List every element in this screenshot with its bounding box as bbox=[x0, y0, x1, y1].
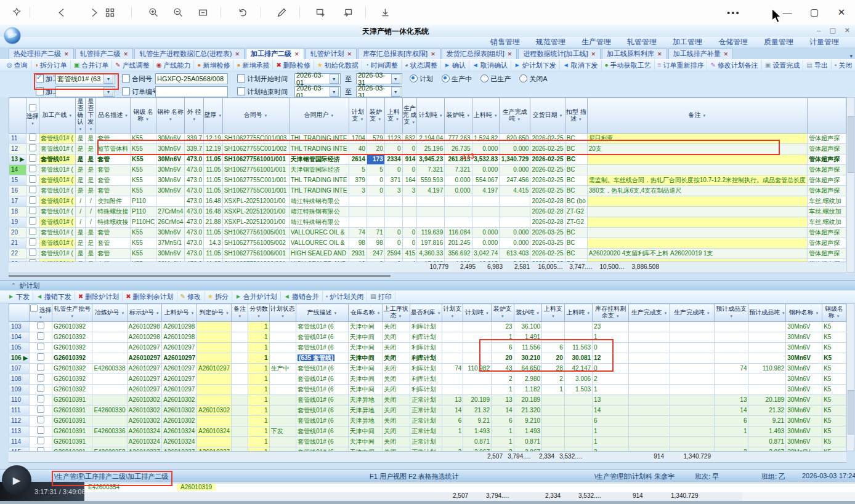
maximize-button[interactable]: ▢ bbox=[801, 7, 828, 18]
filter-funnel-icon[interactable]: ▼ bbox=[192, 118, 196, 121]
column-header-合同用户[interactable]: 合同用户 ▼ bbox=[289, 98, 349, 134]
order-input[interactable] bbox=[155, 86, 228, 97]
filter-funnel-icon[interactable]: ▼ bbox=[89, 127, 92, 131]
column-header-上料 支[interactable]: 上料 支 ▼ bbox=[384, 98, 402, 134]
column-header-钢级名称[interactable]: 钢级名称 ▼ bbox=[822, 304, 846, 322]
table-row[interactable]: 14套管线01# (是是套管K5530Mn6V473.011.05SH10627… bbox=[9, 165, 846, 175]
tab-close-icon[interactable]: ✕ bbox=[724, 51, 729, 57]
column-header-冶炼炉号[interactable]: 冶炼炉号 ▼ bbox=[92, 304, 127, 322]
start-time-checkbox[interactable] bbox=[237, 74, 245, 82]
column-header-生产完成支[interactable]: 生产完成支 ▼ bbox=[629, 304, 670, 322]
filter-funnel-icon[interactable]: ▼ bbox=[616, 314, 620, 318]
toolbar-button-合并炉计划[interactable]: ►合并炉计划 bbox=[232, 292, 281, 302]
table-row[interactable]: 22套管线01# (是是套管K5530Mn6V473.011.05SH10627… bbox=[9, 249, 846, 259]
filter-funnel-icon[interactable]: ▼ bbox=[333, 311, 337, 315]
toolbar-button-删除剩余计划[interactable]: ✖删除剩余计划 bbox=[123, 292, 177, 302]
toolbar-button-下发[interactable]: ►下发 bbox=[5, 292, 33, 302]
row-checkbox[interactable] bbox=[29, 186, 36, 193]
toolbar-button-删除检修[interactable]: ✖删除检修 bbox=[273, 60, 314, 70]
menu-item-加工管理[interactable]: 加工管理 bbox=[673, 37, 702, 47]
table-row[interactable]: 108G26010392A26010297A260102971套管线01# (6… bbox=[9, 374, 846, 385]
column-header-轧管生产批号[interactable]: 轧管生产批号 ▼ bbox=[52, 304, 92, 322]
start-date-combo[interactable]: 2026-03-01▼ bbox=[294, 73, 341, 84]
column-header-上料支[interactable]: 上料支 ▼ bbox=[542, 304, 565, 322]
filter-funnel-icon[interactable]: ▼ bbox=[816, 311, 819, 315]
app-maximize-button[interactable]: ▢ bbox=[829, 26, 835, 34]
column-header-是否利库[interactable]: 是否利库 ▼ bbox=[410, 304, 442, 322]
select-all-checkbox[interactable] bbox=[30, 305, 38, 312]
toolbar-button-打印[interactable]: ▤打印 bbox=[367, 292, 395, 302]
row-checkbox[interactable] bbox=[29, 207, 36, 214]
column-header-预计成品支[interactable]: 预计成品支 ▼ bbox=[714, 304, 748, 322]
table-row[interactable]: 106 ▶G26010392A26010297A260102971(635 套管… bbox=[9, 353, 846, 364]
filter-funnel-icon[interactable]: ▼ bbox=[536, 311, 540, 315]
app-minimize-button[interactable]: – bbox=[817, 26, 821, 34]
pin-icon[interactable] bbox=[9, 4, 25, 20]
toolbar-button-产线调整[interactable]: ✎产线调整 bbox=[112, 60, 153, 70]
filter-funnel-icon[interactable]: ▼ bbox=[330, 114, 334, 118]
forward-icon[interactable] bbox=[86, 4, 102, 20]
filter-funnel-icon[interactable]: ▼ bbox=[559, 114, 562, 118]
toolbar-button-撤销合并[interactable]: ◄撤销合并 bbox=[281, 292, 323, 302]
toolbar-button-修改计划备注[interactable]: ✎修改计划备注 bbox=[707, 60, 761, 70]
toolbar-button-手动获取工艺[interactable]: ●手动获取工艺 bbox=[602, 60, 655, 70]
table-row[interactable]: 103G26010392A26010298A260102981套管线01# (6… bbox=[9, 322, 846, 332]
filter-funnel-icon[interactable]: ▼ bbox=[225, 311, 229, 315]
toolbar-button-初始化数据[interactable]: ★初始化数据 bbox=[314, 60, 362, 70]
filter-funnel-icon[interactable]: ▼ bbox=[551, 314, 555, 318]
column-header-品名描述[interactable]: 品名描述 ▼ bbox=[96, 98, 131, 134]
filter-funnel-icon[interactable]: ▼ bbox=[836, 314, 840, 318]
filter-funnel-icon[interactable]: ▼ bbox=[39, 316, 43, 319]
column-header-仓库名称[interactable]: 仓库名称 ▼ bbox=[348, 304, 382, 322]
tab-加工线原料利库[interactable]: 加工线原料利库✕ bbox=[602, 48, 667, 59]
column-header-装炉吨[interactable]: 装炉吨 ▼ bbox=[514, 304, 541, 322]
table-row[interactable]: 104G26010392A26010298A260102981套管线01# (6… bbox=[9, 332, 846, 343]
menu-item-质量管理[interactable]: 质量管理 bbox=[764, 37, 793, 47]
tab-close-icon[interactable]: ✕ bbox=[124, 51, 129, 57]
filter-funnel-icon[interactable]: ▼ bbox=[378, 118, 381, 121]
column-header-生产完成 吨[interactable]: 生产完成 吨 ▼ bbox=[500, 98, 530, 134]
column-header-合同号[interactable]: 合同号 ▼ bbox=[222, 98, 289, 134]
column-header-装炉支[interactable]: 装炉支 ▼ bbox=[491, 304, 514, 322]
row-checkbox[interactable] bbox=[37, 374, 44, 382]
table-row[interactable]: 19套管线01# (//特殊螺纹接P110HC26CrMo4473.021.88… bbox=[9, 217, 846, 228]
column-header-扣型 描述[interactable]: 扣型 描述 ▼ bbox=[565, 98, 587, 134]
row-checkbox[interactable] bbox=[29, 238, 36, 246]
filter-funnel-icon[interactable]: ▼ bbox=[70, 314, 74, 318]
row-checkbox[interactable] bbox=[37, 353, 44, 361]
toolbar-button-拆分[interactable]: ★拆分 bbox=[205, 292, 232, 302]
toolbar-button-新增检修[interactable]: ●新增检修 bbox=[194, 60, 233, 70]
filter-funnel-icon[interactable]: ▼ bbox=[517, 118, 521, 121]
row-checkbox[interactable] bbox=[37, 395, 44, 402]
filter-funnel-icon[interactable]: ▼ bbox=[156, 311, 160, 315]
column-header-备注[interactable]: 备注 ▼ bbox=[587, 98, 807, 134]
filter-funnel-icon[interactable]: ▼ bbox=[281, 314, 285, 318]
zoom-in-icon[interactable] bbox=[145, 4, 161, 20]
filter-funnel-icon[interactable]: ▼ bbox=[169, 118, 172, 121]
row-checkbox[interactable] bbox=[37, 364, 44, 371]
row-checkbox[interactable] bbox=[37, 343, 44, 350]
row-checkbox[interactable] bbox=[29, 249, 36, 256]
radio-已生产[interactable]: 已生产 bbox=[480, 75, 511, 82]
row-checkbox[interactable] bbox=[37, 332, 44, 340]
filter-funnel-icon[interactable]: ▼ bbox=[238, 314, 241, 318]
table-row[interactable]: 17套管线01# (//变扣附件P110473.016.48XSXPL-2025… bbox=[9, 196, 846, 207]
tab-热处理排产二级[interactable]: 热处理排产二级✕ bbox=[9, 48, 74, 59]
zoom-out-icon[interactable] bbox=[170, 4, 186, 20]
column-header-是否 下发[interactable]: 是否 下发 ▼ bbox=[86, 98, 96, 134]
filter-funnel-icon[interactable]: ▼ bbox=[257, 314, 261, 318]
row-checkbox[interactable] bbox=[29, 154, 36, 162]
tab-轧管排产二级[interactable]: 轧管排产二级✕ bbox=[75, 48, 134, 59]
column-header-外 径[interactable]: 外 径 ▼ bbox=[185, 98, 204, 134]
column-header-生产完 成支[interactable]: 生产完 成支 ▼ bbox=[402, 98, 417, 134]
toolbar-button-合并订单[interactable]: ▣合并订单 bbox=[71, 60, 112, 70]
filter-funnel-icon[interactable]: ▼ bbox=[437, 311, 441, 315]
column-header-装炉 支[interactable]: 装炉 支 ▼ bbox=[367, 98, 384, 134]
contract-filter-checkbox[interactable] bbox=[122, 74, 130, 82]
row-checkbox[interactable] bbox=[37, 322, 44, 329]
tab-close-icon[interactable]: ✕ bbox=[591, 51, 596, 57]
toolbar-button-确认[interactable]: ►确认 bbox=[441, 60, 469, 70]
row-checkbox[interactable] bbox=[29, 196, 36, 204]
column-header-标示炉号[interactable]: 标示炉号 ▼ bbox=[127, 304, 162, 322]
column-header-分切数[interactable]: 分切数 ▼ bbox=[248, 304, 270, 322]
